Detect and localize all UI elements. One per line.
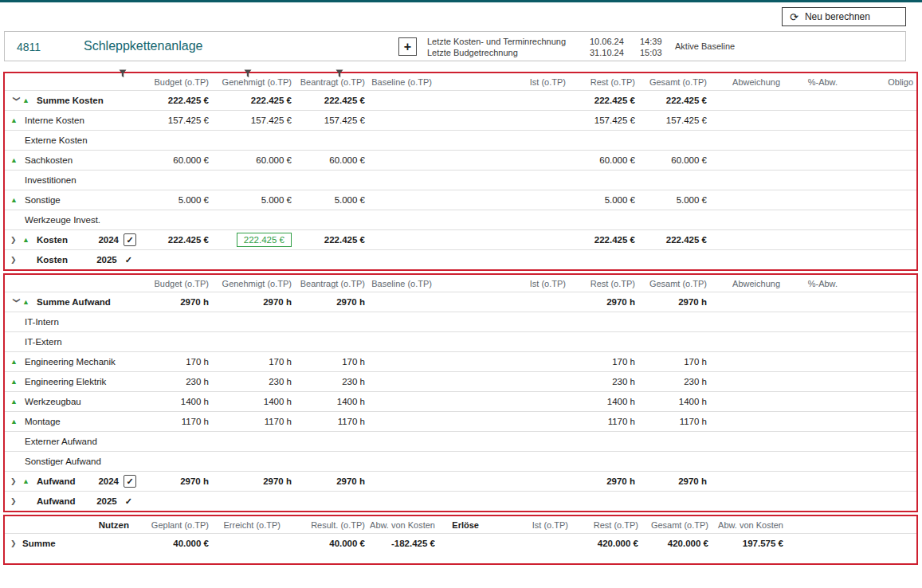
cell-genehmigt-o-tp[interactable]: 2970 h <box>214 476 296 486</box>
header-row: Budget (o.TP)Genehmigt (o.TP)Beantragt (… <box>5 275 916 292</box>
column-header-obligo: Obligo <box>842 77 918 87</box>
cell-rest-o-tp[interactable]: 1170 h <box>571 417 640 426</box>
trend-up-icon: ▲ <box>22 237 37 244</box>
cell-genehmigt-o-tp[interactable]: 60.000 € <box>214 155 296 165</box>
cell-genehmigt-o-tp[interactable]: 222.425 € <box>214 233 296 247</box>
last-cost-calculation-time: 14:39 <box>640 36 662 47</box>
cell-beantragt-o-tp[interactable]: 222.425 € <box>296 235 370 245</box>
row-sonstige: ▲Sonstige5.000 €5.000 €5.000 €5.000 €5.0… <box>5 190 916 210</box>
cell-beantragt-o-tp[interactable]: 230 h <box>296 377 370 386</box>
filter-icon[interactable] <box>119 67 128 76</box>
cell-budget-o-tp[interactable]: 2970 h <box>140 297 214 307</box>
column-header-rest-o-tp: Rest (o.TP) <box>571 77 640 87</box>
row-summe-aufwand: ❯▲Summe Aufwand2970 h2970 h2970 h2970 h2… <box>5 292 916 312</box>
cell-rest-o-tp[interactable]: 222.425 € <box>571 235 640 245</box>
row-label: Kosten <box>37 235 68 245</box>
chevron-right-icon[interactable]: ❯ <box>10 540 22 547</box>
check-icon[interactable]: ✓ <box>125 497 132 506</box>
cell-abw-von-kosten[interactable]: 197.575 € <box>713 539 788 548</box>
chevron-right-icon[interactable]: ❯ <box>10 237 22 244</box>
cell-beantragt-o-tp[interactable]: 2970 h <box>296 297 370 307</box>
year-checkbox[interactable]: ✓ <box>124 233 136 246</box>
row-summe-kosten: ❯▲Summe Kosten222.425 €222.425 €222.425 … <box>5 90 916 110</box>
cell-budget-o-tp[interactable]: 1170 h <box>140 417 214 426</box>
cell-beantragt-o-tp[interactable]: 1170 h <box>296 417 370 426</box>
trend-placeholder: ▲ <box>10 339 25 346</box>
column-header-gesamt-o-tp: Gesamt (o.TP) <box>640 279 712 288</box>
row-montage: ▲Montage1170 h1170 h1170 h1170 h1170 h <box>5 411 916 431</box>
row-label-cell-sachkosten: ▲Sachkosten <box>5 155 140 165</box>
cell-rest-o-tp[interactable]: 157.425 € <box>571 116 640 125</box>
cell-rest-o-tp[interactable]: 2970 h <box>571 476 640 486</box>
cell-gesamt-o-tp[interactable]: 170 h <box>640 357 712 367</box>
chevron-right-icon[interactable]: ❯ <box>10 478 22 485</box>
cell-budget-o-tp[interactable]: 230 h <box>140 377 214 386</box>
cell-gesamt-o-tp[interactable]: 222.425 € <box>640 96 712 105</box>
cell-beantragt-o-tp[interactable]: 60.000 € <box>296 155 370 165</box>
cell-beantragt-o-tp[interactable]: 222.425 € <box>296 96 370 105</box>
column-header-baseline-o-tp: Baseline (o.TP) <box>370 279 437 288</box>
cell-rest-o-tp[interactable]: 420.000 € <box>573 539 643 548</box>
cell-genehmigt-o-tp[interactable]: 1400 h <box>214 397 296 406</box>
cell-budget-o-tp[interactable]: 60.000 € <box>140 155 214 165</box>
cell-rest-o-tp[interactable]: 170 h <box>571 357 640 367</box>
cell-budget-o-tp[interactable]: 157.425 € <box>140 116 214 125</box>
cell-rest-o-tp[interactable]: 2970 h <box>571 297 640 307</box>
row-label: Summe Aufwand <box>37 297 111 307</box>
cell-gesamt-o-tp[interactable]: 420.000 € <box>643 539 713 548</box>
cell-gesamt-o-tp[interactable]: 230 h <box>640 377 712 386</box>
cell-result-o-tp[interactable]: 40.000 € <box>285 539 370 548</box>
cell-genehmigt-o-tp[interactable]: 157.425 € <box>214 116 296 125</box>
cell-budget-o-tp[interactable]: 5.000 € <box>140 195 214 205</box>
row-label: Werkzeuge Invest. <box>25 215 100 225</box>
cell-gesamt-o-tp[interactable]: 157.425 € <box>640 116 712 125</box>
cell-budget-o-tp[interactable]: 2970 h <box>140 476 214 486</box>
chevron-right-icon[interactable]: ❯ <box>10 498 22 505</box>
chevron-down-icon[interactable]: ❯ <box>13 96 20 105</box>
cell-gesamt-o-tp[interactable]: 222.425 € <box>640 235 712 245</box>
chevron-right-icon[interactable]: ❯ <box>10 257 22 264</box>
cell-genehmigt-o-tp[interactable]: 5.000 € <box>214 195 296 205</box>
cell-rest-o-tp[interactable]: 222.425 € <box>571 96 640 105</box>
cell-gesamt-o-tp[interactable]: 1170 h <box>640 417 712 426</box>
cell-budget-o-tp[interactable]: 222.425 € <box>140 96 214 105</box>
cell-geplant-o-tp[interactable]: 40.000 € <box>140 539 214 548</box>
cell-beantragt-o-tp[interactable]: 2970 h <box>296 476 370 486</box>
row-label: Kosten <box>37 255 68 265</box>
year-checkbox[interactable]: ✓ <box>124 475 136 488</box>
cell-genehmigt-o-tp[interactable]: 230 h <box>214 377 296 386</box>
cell-gesamt-o-tp[interactable]: 2970 h <box>640 476 712 486</box>
cell-rest-o-tp[interactable]: 5.000 € <box>571 195 640 205</box>
cell-rest-o-tp[interactable]: 230 h <box>571 377 640 386</box>
cell-beantragt-o-tp[interactable]: 170 h <box>296 357 370 367</box>
filter-icon[interactable] <box>335 67 344 76</box>
column-header-rest-o-tp: Rest (o.TP) <box>573 520 643 530</box>
cell-abw-von-kosten[interactable]: -182.425 € <box>370 539 440 548</box>
cell-beantragt-o-tp[interactable]: 5.000 € <box>296 195 370 205</box>
cell-genehmigt-o-tp[interactable]: 170 h <box>214 357 296 367</box>
cell-gesamt-o-tp[interactable]: 5.000 € <box>640 195 712 205</box>
cell-genehmigt-o-tp[interactable]: 2970 h <box>214 297 296 307</box>
cell-budget-o-tp[interactable]: 1400 h <box>140 397 214 406</box>
cell-rest-o-tp[interactable]: 1400 h <box>571 397 640 406</box>
cell-budget-o-tp[interactable]: 222.425 € <box>140 235 214 245</box>
cell-gesamt-o-tp[interactable]: 2970 h <box>640 297 712 307</box>
selected-cell-value[interactable]: 222.425 € <box>237 233 292 247</box>
cell-genehmigt-o-tp[interactable]: 1170 h <box>214 417 296 426</box>
check-icon[interactable]: ✓ <box>125 256 132 265</box>
cell-genehmigt-o-tp[interactable]: 222.425 € <box>214 96 296 105</box>
column-header-abw: %-Abw. <box>785 279 842 288</box>
cell-gesamt-o-tp[interactable]: 1400 h <box>640 397 712 406</box>
chevron-down-icon[interactable]: ❯ <box>13 297 20 307</box>
cell-rest-o-tp[interactable]: 60.000 € <box>571 155 640 165</box>
trend-placeholder: ▲ <box>22 257 37 264</box>
check-icon: ✓ <box>126 477 133 486</box>
cell-gesamt-o-tp[interactable]: 60.000 € <box>640 155 712 165</box>
recalculate-button[interactable]: ⟳ Neu berechnen <box>782 7 906 26</box>
row-label-cell-summe-kosten: ❯▲Summe Kosten <box>5 96 140 105</box>
cell-beantragt-o-tp[interactable]: 157.425 € <box>296 116 370 125</box>
cell-budget-o-tp[interactable]: 170 h <box>140 357 214 367</box>
expand-details-button[interactable]: + <box>398 37 417 56</box>
cell-beantragt-o-tp[interactable]: 1400 h <box>296 397 370 406</box>
filter-icon[interactable] <box>244 67 253 76</box>
